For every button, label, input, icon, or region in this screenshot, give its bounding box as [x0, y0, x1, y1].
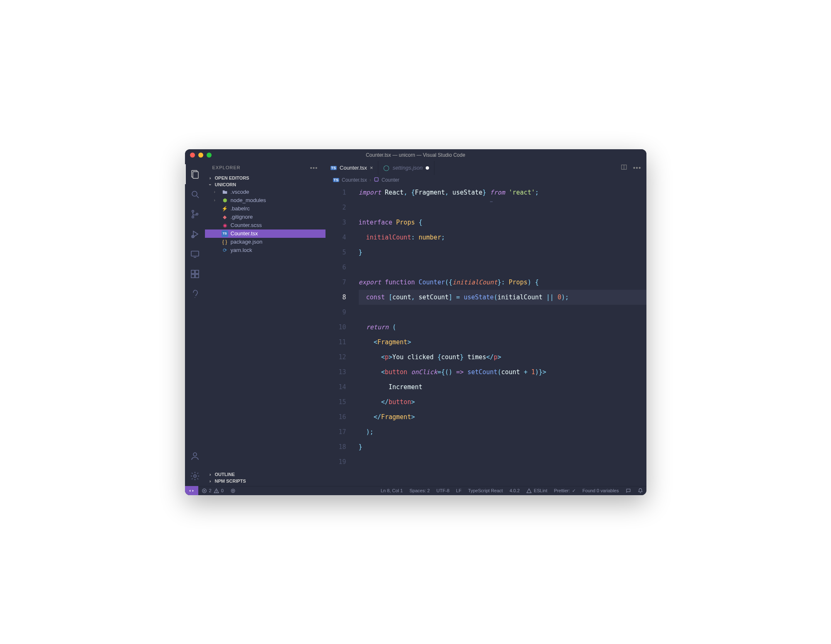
more-actions-icon[interactable]: •••	[633, 164, 641, 172]
status-env[interactable]: Found 0 variables	[579, 488, 622, 493]
file-tree-item[interactable]: ⚡.babelrc	[205, 205, 325, 213]
svg-rect-10	[191, 270, 195, 274]
activity-accounts[interactable]	[185, 446, 205, 466]
section-open-editors[interactable]: › OPEN EDITORS	[205, 175, 325, 181]
activity-remote-explorer[interactable]	[185, 244, 205, 264]
file-name: Counter.scss	[231, 222, 262, 228]
status-problems[interactable]: 2 0	[198, 488, 227, 493]
activity-extra[interactable]	[185, 284, 205, 304]
activity-bar	[185, 161, 205, 486]
split-editor-icon[interactable]	[621, 164, 627, 172]
svg-point-5	[192, 216, 194, 218]
status-errors-count: 2	[209, 488, 212, 493]
activity-search[interactable]	[185, 184, 205, 204]
status-language[interactable]: TypeScript React	[465, 488, 506, 493]
svg-point-15	[193, 453, 197, 456]
node-modules-icon: ⬢	[222, 197, 228, 204]
breadcrumb-file[interactable]: Counter.tsx	[342, 177, 367, 183]
section-npm-scripts[interactable]: › NPM SCRIPTS	[205, 478, 325, 484]
editor-tab[interactable]: ◯settings.json×	[378, 161, 434, 175]
code-content[interactable]: import React, {Fragment, useState} from …	[354, 185, 646, 486]
svg-point-24	[216, 492, 217, 492]
editor-tab[interactable]: TSCounter.tsx×	[325, 161, 379, 175]
activity-settings[interactable]	[185, 466, 205, 486]
status-indent[interactable]: Spaces: 2	[406, 488, 433, 493]
vscode-window: Counter.tsx — unicorn — Visual Studio Co…	[185, 149, 646, 495]
tab-bar: TSCounter.tsx×◯settings.json× •••	[325, 161, 646, 175]
activity-source-control[interactable]	[185, 204, 205, 224]
svg-rect-19	[375, 178, 378, 181]
file-name: .babelrc	[231, 205, 250, 212]
tsx-file-icon: TS	[333, 178, 340, 182]
remote-indicator[interactable]	[185, 486, 198, 495]
status-prettier[interactable]: Prettier: ✓	[551, 488, 579, 493]
file-tree-item[interactable]: ›.vscode	[205, 188, 325, 196]
svg-point-4	[192, 210, 194, 212]
symbol-icon	[374, 177, 379, 183]
svg-point-26	[231, 489, 235, 493]
section-project[interactable]: › UNICORN	[205, 181, 325, 188]
file-tree-item[interactable]: { }package.json	[205, 238, 325, 246]
activity-run-debug[interactable]	[185, 224, 205, 244]
scss-icon: ◉	[222, 222, 228, 229]
file-tree-item[interactable]: ›⬢node_modules	[205, 196, 325, 205]
status-ports[interactable]	[227, 488, 239, 493]
file-name: .gitignore	[231, 214, 253, 220]
status-encoding[interactable]: UTF-8	[433, 488, 453, 493]
git-icon: ◆	[222, 214, 228, 220]
section-label: NPM SCRIPTS	[215, 479, 246, 484]
yarn-icon: ⟳	[222, 247, 228, 254]
breadcrumbs[interactable]: TS Counter.tsx › Counter	[325, 175, 646, 185]
sidebar-title-label: EXPLORER	[212, 165, 241, 170]
status-eol[interactable]: LF	[453, 488, 465, 493]
titlebar: Counter.tsx — unicorn — Visual Studio Co…	[185, 149, 646, 161]
section-outline[interactable]: › OUTLINE	[205, 471, 325, 478]
section-label: OPEN EDITORS	[215, 175, 249, 180]
line-number-gutter: 12345678910111213141516171819	[325, 185, 354, 486]
file-name: package.json	[231, 239, 263, 245]
sidebar-more-icon[interactable]: •••	[310, 164, 318, 171]
activity-extensions[interactable]	[185, 264, 205, 284]
status-cursor[interactable]: Ln 8, Col 1	[377, 488, 406, 493]
breadcrumb-symbol[interactable]: Counter	[382, 177, 399, 183]
file-name: Counter.tsx	[231, 230, 258, 237]
sidebar-title: EXPLORER •••	[205, 161, 325, 175]
editor-group: TSCounter.tsx×◯settings.json× ••• TS Cou…	[325, 161, 646, 486]
window-title: Counter.tsx — unicorn — Visual Studio Co…	[185, 152, 646, 158]
window-controls	[185, 153, 212, 158]
status-ts-version[interactable]: 4.0.2	[506, 488, 523, 493]
maximize-window-button[interactable]	[207, 153, 212, 158]
minimize-window-button[interactable]	[198, 153, 203, 158]
chevron-right-icon: ›	[214, 190, 219, 194]
close-tab-icon[interactable]: ×	[370, 165, 373, 171]
file-tree: ›.vscode›⬢node_modules⚡.babelrc◆.gitigno…	[205, 188, 325, 256]
svg-line-3	[197, 196, 199, 198]
folder-icon	[222, 189, 228, 195]
file-tree-item[interactable]: ◉Counter.scss	[205, 221, 325, 229]
file-tree-item[interactable]: ◆.gitignore	[205, 213, 325, 221]
babel-icon: ⚡	[222, 205, 228, 212]
check-icon: ✓	[572, 488, 576, 493]
file-tree-item[interactable]: ⟳yarn.lock	[205, 246, 325, 254]
activity-explorer[interactable]	[185, 164, 205, 184]
file-name: yarn.lock	[231, 247, 252, 253]
status-eslint[interactable]: ESLint	[523, 488, 550, 493]
tab-label: Counter.tsx	[340, 165, 367, 171]
file-name: node_modules	[231, 197, 266, 203]
section-label: UNICORN	[215, 182, 236, 187]
svg-point-16	[194, 475, 196, 477]
tab-label: settings.json	[392, 165, 422, 171]
status-bell[interactable]	[634, 488, 646, 493]
json-icon: { }	[222, 239, 228, 245]
code-editor[interactable]: 12345678910111213141516171819 import Rea…	[325, 185, 646, 486]
sidebar: EXPLORER ••• › OPEN EDITORS › UNICORN ›.…	[205, 161, 325, 486]
status-feedback[interactable]	[622, 488, 634, 493]
status-warnings-count: 0	[221, 488, 224, 493]
dirty-indicator-icon	[426, 166, 429, 170]
svg-rect-12	[191, 274, 195, 278]
chevron-down-icon: ›	[208, 182, 213, 188]
settings-icon: ◯	[383, 165, 390, 171]
file-tree-item[interactable]: TSCounter.tsx	[205, 229, 325, 238]
close-window-button[interactable]	[190, 153, 195, 158]
status-bar: 2 0 Ln 8, Col 1 Spaces: 2 UTF-8 LF TypeS…	[185, 486, 646, 495]
